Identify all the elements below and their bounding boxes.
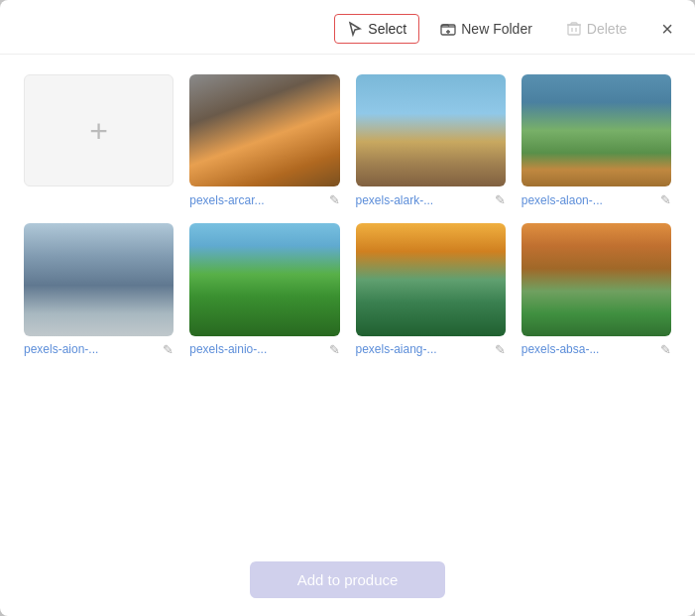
grid-item-thumb — [356, 74, 506, 186]
close-button[interactable]: × — [655, 17, 679, 41]
grid-item-label: pexels-alaon-...✎ — [521, 192, 671, 207]
add-new-item[interactable]: + — [24, 74, 174, 207]
delete-label: Delete — [587, 21, 627, 37]
grid-item-thumb — [356, 223, 506, 335]
svg-rect-1 — [568, 25, 580, 35]
grid-item[interactable]: pexels-alaon-...✎ — [521, 74, 671, 207]
plus-icon: + — [89, 115, 108, 147]
grid-item-name: pexels-aiang-... — [356, 342, 491, 356]
grid-item-thumb — [521, 74, 671, 186]
grid-item-thumb — [189, 74, 339, 186]
edit-icon[interactable]: ✎ — [495, 342, 506, 357]
grid-item-thumb — [521, 223, 671, 335]
delete-button[interactable]: Delete — [553, 14, 639, 44]
grid-item-label: pexels-arcar...✎ — [189, 192, 339, 207]
grid-item-label: pexels-aiang-...✎ — [356, 342, 506, 357]
grid-item-name: pexels-alaon-... — [521, 193, 656, 207]
edit-icon[interactable]: ✎ — [329, 342, 340, 357]
select-button[interactable]: Select — [334, 14, 419, 44]
grid-item-label: pexels-aion-...✎ — [24, 342, 174, 357]
media-library-dialog: Select New Folder Delete × — [0, 0, 695, 616]
add-to-produce-button[interactable]: Add to produce — [250, 561, 446, 598]
close-icon: × — [661, 18, 673, 40]
new-folder-icon — [440, 21, 456, 37]
grid-item[interactable]: pexels-aiang-...✎ — [356, 223, 506, 356]
grid-item-name: pexels-aion-... — [24, 342, 159, 356]
grid-item-label: pexels-alark-...✎ — [356, 192, 506, 207]
edit-icon[interactable]: ✎ — [329, 192, 340, 207]
grid-item[interactable]: pexels-arcar...✎ — [189, 74, 339, 207]
grid-item-name: pexels-alark-... — [356, 193, 491, 207]
new-folder-button[interactable]: New Folder — [427, 14, 545, 44]
media-grid: + pexels-arcar...✎pexels-alark-...✎pexel… — [24, 74, 671, 357]
grid-item-name: pexels-arcar... — [189, 193, 324, 207]
edit-icon[interactable]: ✎ — [660, 342, 671, 357]
dialog-footer: Add to produce — [0, 550, 695, 616]
dialog-header: Select New Folder Delete × — [0, 0, 695, 55]
edit-icon[interactable]: ✎ — [660, 192, 671, 207]
grid-item[interactable]: pexels-absa-...✎ — [521, 223, 671, 356]
grid-item[interactable]: pexels-ainio-...✎ — [189, 223, 339, 356]
grid-item-name: pexels-absa-... — [521, 342, 656, 356]
grid-item-thumb — [24, 223, 174, 335]
new-folder-label: New Folder — [461, 21, 532, 37]
grid-item-label: pexels-absa-...✎ — [521, 342, 671, 357]
add-new-thumb[interactable]: + — [24, 74, 174, 186]
grid-item-thumb — [189, 223, 339, 335]
edit-icon[interactable]: ✎ — [495, 192, 506, 207]
delete-icon — [566, 21, 582, 37]
media-grid-container: + pexels-arcar...✎pexels-alark-...✎pexel… — [0, 55, 695, 550]
edit-icon[interactable]: ✎ — [163, 342, 174, 357]
select-label: Select — [368, 21, 406, 37]
add-to-produce-label: Add to produce — [297, 571, 399, 588]
cursor-icon — [347, 21, 363, 37]
grid-item-label: pexels-ainio-...✎ — [189, 342, 339, 357]
grid-item[interactable]: pexels-aion-...✎ — [24, 223, 174, 356]
grid-item-name: pexels-ainio-... — [189, 342, 324, 356]
grid-item[interactable]: pexels-alark-...✎ — [356, 74, 506, 207]
